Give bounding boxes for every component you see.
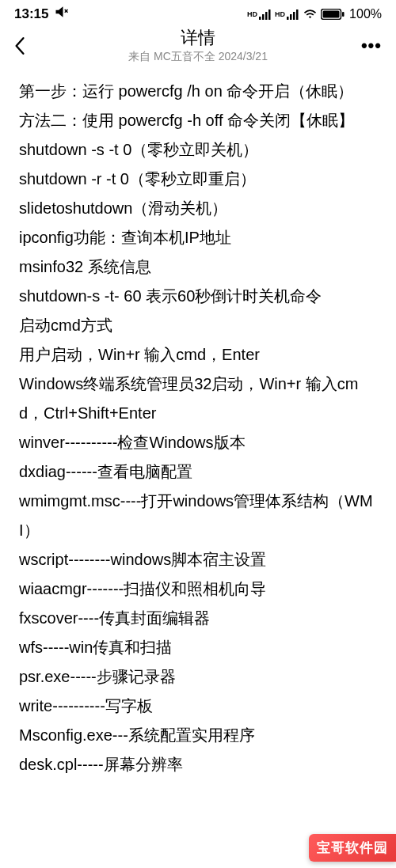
back-button[interactable] [14,36,38,55]
hd-indicator-2: HD [275,10,285,18]
wifi-icon [303,9,318,20]
status-left: 13:15 [14,5,69,23]
content-line: shutdown-s -t- 60 表示60秒倒计时关机命令 [19,282,377,311]
signal-icon-1 [259,9,272,20]
svg-rect-9 [296,9,299,20]
signal-icon-2 [287,9,299,20]
nav-bar: 详情 来自 MC五音不全 2024/3/21 ••• [0,26,396,63]
page-subtitle: 来自 MC五音不全 2024/3/21 [128,50,268,64]
page-title: 详情 [128,28,268,48]
content-line: 启动cmd方式 [19,311,377,340]
content-line: Windows终端系统管理员32启动，Win+r 输入cmd，Ctrl+Shif… [19,370,377,428]
svg-rect-6 [287,17,289,20]
content-line: msinfo32 系统信息 [19,252,377,282]
content-line: 方法二：使用 powercfg -h off 命令关闭【休眠】 [19,106,377,135]
status-right: HD HD [247,7,382,21]
svg-rect-3 [262,14,265,20]
battery-icon [321,9,345,20]
article-content: 第一步：运行 powercfg /h on 命令开启（休眠） 方法二：使用 po… [0,63,396,779]
more-icon: ••• [361,36,382,56]
battery-percent: 100% [349,7,382,21]
mute-icon [55,5,69,23]
status-bar: 13:15 HD HD [0,0,396,26]
hd-indicator-1: HD [247,10,257,18]
svg-rect-2 [259,17,261,20]
content-line: Msconfig.exe---系统配置实用程序 [19,721,377,750]
content-line: winver----------检查Windows版本 [19,428,377,457]
svg-rect-4 [265,12,268,20]
svg-rect-11 [323,10,340,17]
content-line: write----------写字板 [19,692,377,721]
content-line: psr.exe-----步骤记录器 [19,662,377,692]
chevron-left-icon [14,36,25,55]
content-line: wfs-----win传真和扫描 [19,633,377,662]
content-line: dxdiag------查看电脑配置 [19,457,377,487]
content-line: wscript--------windows脚本宿主设置 [19,545,377,574]
svg-rect-5 [268,9,271,20]
content-line: shutdown -s -t 0（零秒立即关机） [19,135,377,165]
svg-rect-7 [290,14,292,20]
watermark-badge: 宝哥软件园 [309,834,396,862]
more-button[interactable]: ••• [358,36,382,56]
content-line: 第一步：运行 powercfg /h on 命令开启（休眠） [19,77,377,106]
content-line: slidetoshutdown（滑动关机） [19,194,377,223]
content-line: 用户启动，Win+r 输入cmd，Enter [19,340,377,370]
content-line: shutdown -r -t 0（零秒立即重启） [19,165,377,194]
svg-rect-12 [342,12,345,17]
nav-center: 详情 来自 MC五音不全 2024/3/21 [128,28,268,64]
content-line: wmimgmt.msc----打开windows管理体系结构（WMI） [19,487,377,545]
svg-rect-8 [293,12,295,20]
status-time: 13:15 [14,6,48,22]
content-line: desk.cpl-----屏幕分辨率 [19,750,377,779]
content-line: wiaacmgr-------扫描仪和照相机向导 [19,574,377,604]
content-line: fxscover----传真封面编辑器 [19,604,377,633]
content-line: ipconfig功能：查询本机IP地址 [19,223,377,252]
